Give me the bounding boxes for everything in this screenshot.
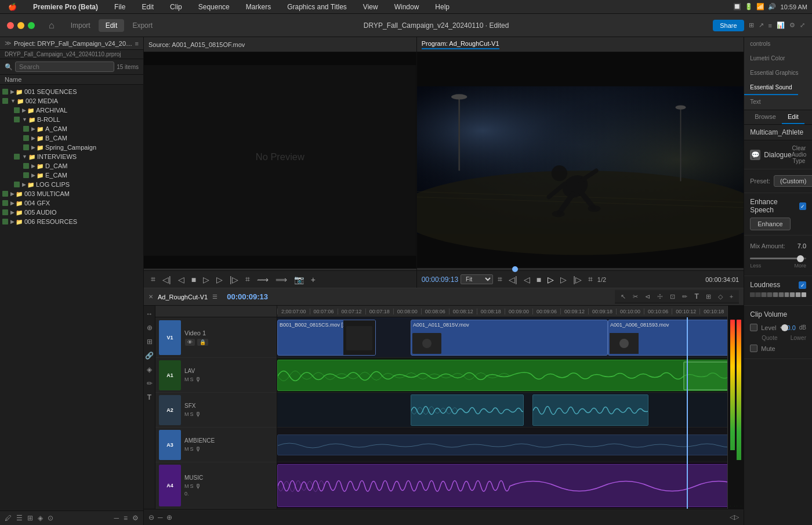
- source-mark-out[interactable]: ⌗: [243, 273, 252, 285]
- close-button[interactable]: [7, 22, 14, 29]
- tree-item-broll[interactable]: ▼ 📁 B-ROLL: [0, 115, 143, 124]
- source-play-step-back[interactable]: ◁|: [160, 274, 173, 285]
- program-stop[interactable]: ■: [534, 274, 543, 285]
- tree-item-dcam[interactable]: ▶ 📁 D_CAM: [0, 161, 143, 171]
- share-button[interactable]: Share: [713, 20, 744, 31]
- tl-composite[interactable]: ◈: [145, 364, 154, 375]
- preset-select[interactable]: (Custom): [774, 175, 812, 187]
- clip-b001[interactable]: B001_B002_0815CS.mov [200%] fx: [277, 320, 376, 356]
- mix-amount-slider[interactable]: Less More: [750, 252, 806, 271]
- program-mark-in[interactable]: ⌗: [495, 273, 505, 285]
- source-stop[interactable]: ■: [189, 274, 198, 285]
- source-insert[interactable]: ⟿: [255, 274, 271, 285]
- tree-item-spring[interactable]: ▶ 📁 Spring_Campaign: [0, 143, 143, 152]
- program-play[interactable]: ▷: [545, 274, 556, 285]
- menu-edit[interactable]: Edit: [138, 2, 157, 12]
- source-more[interactable]: +: [309, 274, 318, 285]
- program-timecode-bar[interactable]: [417, 268, 744, 270]
- tree-item-003multicam[interactable]: ▶ 📁 003 MULTICAM: [0, 189, 143, 198]
- tab-lumetri-color[interactable]: Lumetri Color: [744, 52, 791, 66]
- tl-type[interactable]: T: [146, 392, 153, 403]
- waveform-icon[interactable]: 📊: [777, 21, 785, 29]
- tl-tool-ripple[interactable]: ⊲: [643, 292, 652, 302]
- source-play-step-fwd[interactable]: |▷: [227, 274, 241, 285]
- source-overwrite[interactable]: ⟹: [273, 274, 289, 285]
- sub-tab-edit[interactable]: Edit: [782, 110, 804, 124]
- enhance-speech-checkbox[interactable]: [799, 202, 806, 210]
- icon-view-icon[interactable]: ⊞: [26, 513, 34, 523]
- expand-arrow[interactable]: ▶: [10, 89, 14, 95]
- tl-tool-pen[interactable]: ✏: [680, 292, 690, 302]
- tl-pen2[interactable]: ✏: [145, 378, 154, 389]
- menu-clip[interactable]: Clip: [166, 2, 186, 12]
- v1-lock-btn[interactable]: 🔒: [197, 339, 208, 346]
- tree-item-bcam[interactable]: ▶ 📁 B_CAM: [0, 133, 143, 143]
- tl-bottom-zoom-slider[interactable]: ─: [158, 513, 163, 522]
- tl-tool-selection[interactable]: ↖: [618, 292, 628, 302]
- program-play-back[interactable]: ◁: [521, 274, 532, 285]
- tl-select-all[interactable]: ⊕: [145, 322, 154, 334]
- enhance-button[interactable]: Enhance: [750, 218, 790, 230]
- clip-a001a011[interactable]: A001_A011_0815V.mov: [411, 320, 608, 356]
- program-play-fwd[interactable]: |▷: [571, 274, 584, 285]
- tl-bottom-zoom-in[interactable]: ⊕: [166, 513, 172, 522]
- settings-icon[interactable]: ⚙: [789, 21, 795, 29]
- tab-essential-graphics[interactable]: Essential Graphics: [744, 66, 804, 81]
- clear-audio-button[interactable]: Clear Audio Type: [792, 145, 807, 164]
- new-bin-icon[interactable]: 🖊: [3, 513, 13, 523]
- tl-tool-text[interactable]: T: [692, 291, 701, 302]
- program-step-back[interactable]: ◁|: [506, 274, 520, 285]
- tab-text[interactable]: Text: [744, 95, 766, 110]
- source-mark-in[interactable]: ⌗: [148, 273, 158, 285]
- free-form-icon[interactable]: ◈: [37, 513, 44, 523]
- menu-markers[interactable]: Markers: [242, 2, 274, 12]
- source-camera[interactable]: 📷: [292, 274, 306, 285]
- tl-marker[interactable]: ◇: [716, 292, 725, 302]
- audio-clip-ambience[interactable]: [277, 435, 727, 455]
- source-play[interactable]: ▷: [201, 274, 212, 285]
- sort-icon[interactable]: ⊙: [46, 513, 55, 523]
- menu-graphics-titles[interactable]: Graphics and Titles: [284, 2, 350, 12]
- fullscreen-button[interactable]: [28, 22, 35, 29]
- tree-item-archival[interactable]: ▶ 📁 ARCHIVAL: [0, 106, 143, 115]
- tree-item-005audio[interactable]: ▶ 📁 005 AUDIO: [0, 208, 143, 217]
- tl-linked[interactable]: 🔗: [144, 350, 155, 361]
- clip-a001a006[interactable]: A001_A006_081593.mov: [608, 320, 727, 356]
- apple-menu[interactable]: 🍎: [5, 2, 20, 12]
- v1-eye-btn[interactable]: 👁: [185, 339, 195, 346]
- tab-import[interactable]: Import: [64, 19, 97, 32]
- menu-file[interactable]: File: [111, 2, 129, 12]
- minimize-button[interactable]: [17, 22, 24, 29]
- tl-move-tool[interactable]: ↔: [144, 308, 155, 320]
- project-expand-icon[interactable]: ≫: [5, 39, 12, 47]
- menu-help[interactable]: Help: [432, 2, 453, 12]
- tab-controls[interactable]: controls: [744, 37, 776, 52]
- tree-item-002media[interactable]: ▼ 📁 002 MEDIA: [0, 96, 143, 106]
- audio-clip-sfx1[interactable]: [411, 394, 524, 426]
- menu-view[interactable]: View: [360, 2, 382, 12]
- tl-bottom-zoom-out[interactable]: ⊖: [148, 513, 154, 522]
- tl-tool-edit[interactable]: ✂: [630, 292, 640, 302]
- tl-link-select[interactable]: ⊡: [668, 292, 677, 302]
- slider-icon[interactable]: ─: [113, 513, 120, 523]
- source-step-back[interactable]: ◁: [176, 274, 187, 285]
- audio-clip-lav[interactable]: fx: [277, 360, 727, 391]
- tree-item-logclips[interactable]: ▶ 📁 LOG CLIPS: [0, 180, 143, 189]
- source-step-fwd[interactable]: ▷: [214, 274, 225, 285]
- export-icon[interactable]: ↗: [759, 21, 764, 29]
- timeline-close-icon[interactable]: ✕: [148, 294, 153, 300]
- sub-tab-browse[interactable]: Browse: [749, 110, 782, 124]
- tl-track-select[interactable]: ⊞: [145, 336, 154, 347]
- tree-item-001sequences[interactable]: ▶ 📁 001 SEQUENCES: [0, 87, 143, 96]
- tree-item-004gfx[interactable]: ▶ 📁 004 GFX: [0, 198, 143, 208]
- home-icon[interactable]: ⌂: [49, 20, 55, 31]
- menu-window[interactable]: Window: [391, 2, 423, 12]
- tree-item-acam[interactable]: ▶ 📁 A_CAM: [0, 124, 143, 133]
- source-timecode-bar[interactable]: [144, 269, 416, 270]
- program-step-fwd[interactable]: ▷: [558, 274, 569, 285]
- list-view-icon[interactable]: ☰: [15, 513, 24, 523]
- tab-export[interactable]: Export: [125, 19, 160, 32]
- tree-item-ecam[interactable]: ▶ 📁 E_CAM: [0, 171, 143, 180]
- panel-menu-icon[interactable]: ≡: [135, 40, 139, 47]
- tab-edit[interactable]: Edit: [99, 19, 125, 32]
